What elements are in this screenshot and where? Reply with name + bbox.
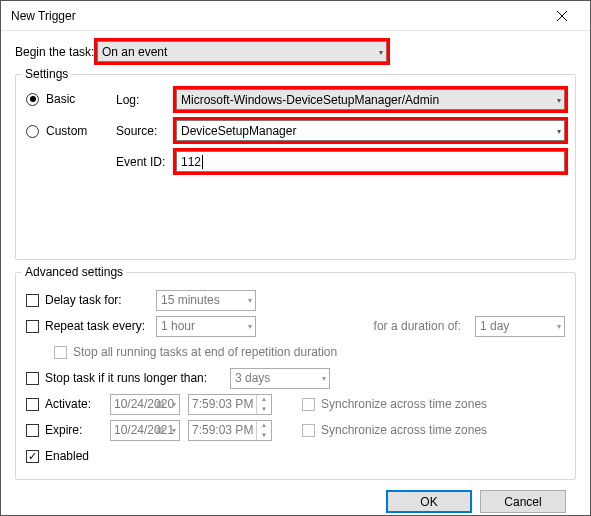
begin-task-value: On an event bbox=[102, 45, 167, 59]
enabled-label: Enabled bbox=[45, 449, 89, 463]
checkbox-icon bbox=[302, 398, 315, 411]
checkbox-icon bbox=[302, 424, 315, 437]
checkbox-icon bbox=[26, 424, 39, 437]
delay-checkbox[interactable]: Delay task for: bbox=[26, 293, 148, 307]
basic-radio[interactable]: Basic bbox=[26, 92, 116, 106]
source-value: DeviceSetupManager bbox=[181, 124, 296, 138]
delay-value: 15 minutes bbox=[161, 293, 220, 307]
stop-longer-value: 3 days bbox=[235, 371, 270, 385]
checkbox-icon bbox=[26, 294, 39, 307]
spinner-icon: ▲▼ bbox=[256, 421, 271, 440]
checkbox-icon bbox=[26, 320, 39, 333]
stop-longer-label: Stop task if it runs longer than: bbox=[45, 371, 207, 385]
source-combo[interactable]: DeviceSetupManager ▾ bbox=[176, 120, 565, 141]
basic-radio-label: Basic bbox=[46, 92, 75, 106]
cancel-button[interactable]: Cancel bbox=[480, 490, 566, 513]
activate-date[interactable]: 10/24/2020 ▦ ▾ bbox=[110, 394, 180, 415]
activate-checkbox[interactable]: Activate: bbox=[26, 397, 102, 411]
expire-date-value: 10/24/2021 bbox=[114, 423, 174, 437]
chevron-down-icon: ▾ bbox=[172, 426, 176, 435]
repeat-label: Repeat task every: bbox=[45, 319, 145, 333]
radio-dot-icon bbox=[26, 93, 39, 106]
sync-tz-label-2: Synchronize across time zones bbox=[321, 423, 487, 437]
chevron-down-icon: ▾ bbox=[557, 322, 561, 331]
checkbox-icon bbox=[54, 346, 67, 359]
chevron-down-icon: ▾ bbox=[379, 47, 383, 56]
repeat-checkbox[interactable]: Repeat task every: bbox=[26, 319, 148, 333]
text-caret bbox=[202, 155, 203, 169]
close-button[interactable] bbox=[540, 1, 584, 30]
delay-combo[interactable]: 15 minutes ▾ bbox=[156, 290, 256, 311]
duration-combo[interactable]: 1 day ▾ bbox=[475, 316, 565, 337]
checkbox-checked-icon bbox=[26, 450, 39, 463]
checkbox-icon bbox=[26, 398, 39, 411]
expire-date[interactable]: 10/24/2021 ▦ ▾ bbox=[110, 420, 180, 441]
duration-value: 1 day bbox=[480, 319, 509, 333]
activate-date-value: 10/24/2020 bbox=[114, 397, 174, 411]
checkbox-icon bbox=[26, 372, 39, 385]
settings-legend: Settings bbox=[22, 67, 71, 81]
activate-time[interactable]: 7:59:03 PM ▲▼ bbox=[188, 394, 272, 415]
delay-label: Delay task for: bbox=[45, 293, 122, 307]
repeat-value: 1 hour bbox=[161, 319, 195, 333]
stop-running-label: Stop all running tasks at end of repetit… bbox=[73, 345, 337, 359]
duration-label: for a duration of: bbox=[264, 319, 467, 333]
new-trigger-dialog: New Trigger Begin the task: On an event … bbox=[0, 0, 591, 516]
calendar-icon: ▦ bbox=[156, 399, 165, 409]
chevron-down-icon: ▾ bbox=[172, 400, 176, 409]
expire-checkbox[interactable]: Expire: bbox=[26, 423, 102, 437]
sync-tz-label-1: Synchronize across time zones bbox=[321, 397, 487, 411]
ok-button-label: OK bbox=[420, 495, 437, 509]
enabled-checkbox[interactable]: Enabled bbox=[26, 449, 89, 463]
chevron-down-icon: ▾ bbox=[557, 95, 561, 104]
begin-task-combo[interactable]: On an event ▾ bbox=[97, 41, 387, 62]
settings-group: Settings Basic Custom Log: bbox=[15, 74, 576, 260]
window-title: New Trigger bbox=[11, 9, 540, 23]
log-value: Microsoft-Windows-DeviceSetupManager/Adm… bbox=[181, 93, 439, 107]
custom-radio-label: Custom bbox=[46, 124, 87, 138]
chevron-down-icon: ▾ bbox=[248, 296, 252, 305]
custom-radio[interactable]: Custom bbox=[26, 124, 116, 138]
expire-time[interactable]: 7:59:03 PM ▲▼ bbox=[188, 420, 272, 441]
close-icon bbox=[557, 11, 567, 21]
expire-label: Expire: bbox=[45, 423, 82, 437]
chevron-down-icon: ▾ bbox=[322, 374, 326, 383]
sync-tz-checkbox-1: Synchronize across time zones bbox=[302, 397, 487, 411]
stop-running-checkbox: Stop all running tasks at end of repetit… bbox=[54, 345, 337, 359]
expire-time-value: 7:59:03 PM bbox=[192, 423, 253, 437]
eventid-input[interactable]: 112 bbox=[176, 151, 565, 172]
advanced-group: Advanced settings Delay task for: 15 min… bbox=[15, 272, 576, 480]
eventid-label: Event ID: bbox=[116, 155, 176, 169]
stop-longer-checkbox[interactable]: Stop task if it runs longer than: bbox=[26, 371, 222, 385]
calendar-icon: ▦ bbox=[156, 425, 165, 435]
ok-button[interactable]: OK bbox=[386, 490, 472, 513]
advanced-legend: Advanced settings bbox=[22, 265, 126, 279]
spinner-icon: ▲▼ bbox=[256, 395, 271, 414]
activate-label: Activate: bbox=[45, 397, 91, 411]
activate-time-value: 7:59:03 PM bbox=[192, 397, 253, 411]
eventid-value: 112 bbox=[181, 155, 201, 169]
titlebar: New Trigger bbox=[1, 1, 590, 31]
sync-tz-checkbox-2: Synchronize across time zones bbox=[302, 423, 487, 437]
radio-dot-icon bbox=[26, 125, 39, 138]
stop-longer-combo[interactable]: 3 days ▾ bbox=[230, 368, 330, 389]
log-label: Log: bbox=[116, 93, 176, 107]
chevron-down-icon: ▾ bbox=[557, 126, 561, 135]
log-combo[interactable]: Microsoft-Windows-DeviceSetupManager/Adm… bbox=[176, 89, 565, 110]
cancel-button-label: Cancel bbox=[504, 495, 541, 509]
chevron-down-icon: ▾ bbox=[248, 322, 252, 331]
source-label: Source: bbox=[116, 124, 176, 138]
begin-task-label: Begin the task: bbox=[15, 45, 97, 59]
repeat-combo[interactable]: 1 hour ▾ bbox=[156, 316, 256, 337]
